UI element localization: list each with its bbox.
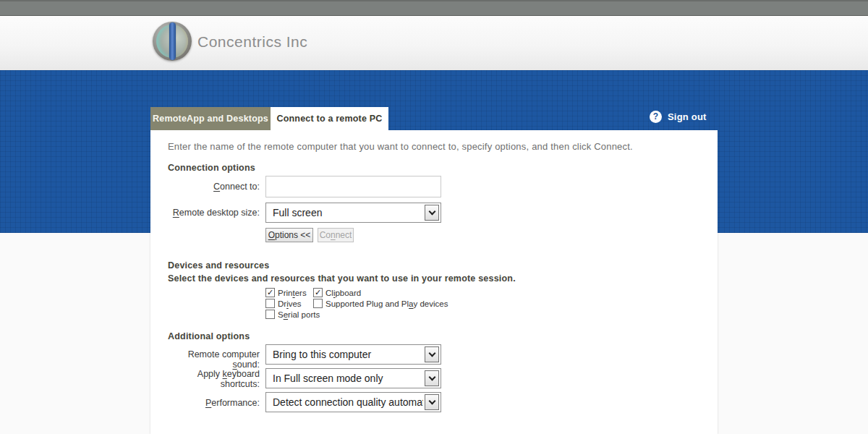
tab-remoteapp-and-desktops[interactable]: RemoteApp and Desktops [150,107,271,130]
selected-value: Bring to this computer [273,345,423,364]
performance-select[interactable]: Detect connection quality automatically [265,392,441,412]
clipboard-checkbox[interactable]: ✓ [313,288,323,297]
devices-resources-description: Select the devices and resources that yo… [168,273,516,284]
sign-out-label: Sign out [668,111,707,122]
chevron-down-icon[interactable] [425,346,439,362]
remote-desktop-size-select[interactable]: Full screen [265,203,441,223]
devices-checkbox-grid: ✓ Printers ✓ Clipboard Drives Supported … [265,287,448,320]
drives-label: Drives [278,299,302,308]
printers-label: Printers [278,289,307,297]
devices-resources-heading: Devices and resources [168,260,269,271]
serial-ports-checkbox[interactable] [265,310,275,319]
drives-checkbox[interactable] [265,299,275,308]
chevron-down-icon[interactable] [425,370,439,386]
performance-label: Performance: [168,398,260,408]
selected-value: Full screen [273,203,423,222]
tab-connect-to-remote-pc[interactable]: Connect to a remote PC [271,107,388,130]
help-icon[interactable]: ? [650,111,662,123]
plug-and-play-option[interactable]: Supported Plug and Play devices [313,298,448,309]
additional-options-heading: Additional options [168,331,250,341]
drives-option[interactable]: Drives [265,298,313,309]
plug-and-play-label: Supported Plug and Play devices [326,299,448,308]
serial-ports-option[interactable]: Serial ports [265,309,313,320]
window-top-strip [0,0,868,16]
plug-and-play-checkbox[interactable] [313,299,323,308]
sign-out-button[interactable]: ? Sign out [650,111,707,123]
remote-desktop-size-label: Remote desktop size: [168,208,260,218]
printers-option[interactable]: ✓ Printers [265,287,313,298]
chevron-down-icon[interactable] [425,205,439,221]
connect-button[interactable]: Connect [318,228,354,242]
tab-label: RemoteApp and Desktops [153,114,268,124]
remote-computer-sound-label: Remote computer sound: [168,349,260,370]
apply-keyboard-shortcuts-select[interactable]: In Full screen mode only [265,368,441,388]
logo-blue-bar [169,22,176,60]
apply-keyboard-shortcuts-label: Apply keyboard shortcuts: [168,369,260,389]
clipboard-label: Clipboard [326,289,361,297]
selected-value: In Full screen mode only [273,369,423,388]
connect-remote-pc-panel: Enter the name of the remote computer th… [150,130,718,434]
brand-header: Concentrics Inc [0,16,868,70]
instruction-text: Enter the name of the remote computer th… [168,141,633,152]
tab-label: Connect to a remote PC [276,114,382,124]
printers-checkbox[interactable]: ✓ [265,288,275,297]
connect-to-label: Connect to: [168,182,260,192]
concentrics-logo-icon [153,22,192,61]
selected-value: Detect connection quality automatically [273,393,423,412]
clipboard-option[interactable]: ✓ Clipboard [313,287,448,298]
connect-to-input[interactable] [265,176,441,197]
remote-computer-sound-select[interactable]: Bring to this computer [265,344,441,365]
connection-options-heading: Connection options [168,163,255,173]
serial-ports-label: Serial ports [278,310,320,319]
options-button[interactable]: Options << [265,228,313,242]
brand-name: Concentrics Inc [197,16,307,70]
chevron-down-icon[interactable] [425,394,439,410]
